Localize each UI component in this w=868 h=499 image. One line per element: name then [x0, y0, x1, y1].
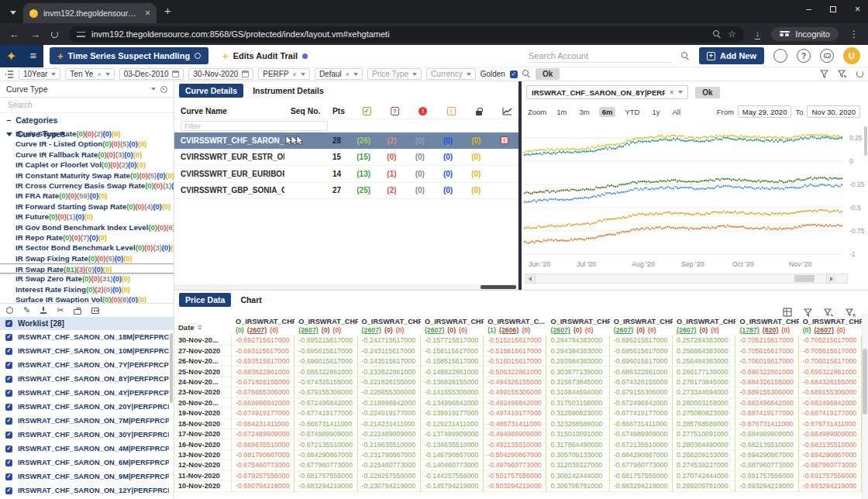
checkbox-checked-icon[interactable]: ✓	[5, 404, 12, 411]
zoom-icon[interactable]	[713, 30, 722, 39]
series-select[interactable]: IRSWRAT_CHF_SARON_ON_8Y|PERFPRCP ×	[526, 85, 688, 99]
value-cell[interactable]: -0.501757556000	[484, 471, 546, 481]
bot-icon[interactable]	[820, 49, 834, 63]
curve-row-cvirsswrt-chf-saron-on[interactable]: CVIRSSWRT_CHF_SARON_ON28(26)(2)(0)(0)(0)…	[174, 132, 518, 150]
value-cell[interactable]: -0.695615617000	[610, 346, 673, 356]
value-cell[interactable]: -0.687960773000	[735, 460, 798, 470]
curve-filter-input[interactable]	[181, 121, 328, 131]
count-link[interactable]: (0)	[700, 326, 708, 334]
value-cell[interactable]: -0.696015617000	[294, 356, 357, 367]
filter-ok-button[interactable]: Ok	[536, 68, 560, 80]
value-cell[interactable]: -0.146790867000	[421, 450, 484, 460]
value-cell[interactable]: -0.129231411000	[421, 419, 484, 429]
value-cell[interactable]: 0.315673845000	[546, 377, 609, 387]
checkbox-checked-icon[interactable]: ✓	[5, 459, 12, 466]
tab-chart[interactable]: Chart	[234, 293, 267, 307]
value-cell[interactable]: 0.294384383000	[546, 346, 609, 356]
price-row[interactable]: 10-Nov-2020-0.680794219000-0.68329421900…	[174, 481, 862, 491]
tree-categories[interactable]: − Categories	[0, 113, 174, 127]
value-cell[interactable]: -0.672135510000	[294, 439, 357, 449]
count-link[interactable]: (0)	[522, 326, 530, 334]
value-cell[interactable]: -0.242715617000	[358, 336, 421, 346]
checkbox-checked-icon[interactable]: ✓	[5, 418, 12, 425]
count-link[interactable]: (2607)	[814, 326, 833, 334]
value-cell[interactable]: -0.499155306000	[484, 387, 546, 397]
value-cell[interactable]: 0.270742444000	[673, 471, 735, 481]
scroll-left-button[interactable]	[525, 274, 536, 283]
value-cell[interactable]: -0.705215617000	[735, 336, 798, 346]
clear-icon[interactable]: ×	[346, 71, 350, 78]
value-cell[interactable]: 0.315010091000	[546, 429, 609, 439]
price-row[interactable]: 16-Nov-2020-0.669635510000-0.67213551000…	[174, 439, 862, 449]
value-cell[interactable]: -0.695215617000	[610, 336, 673, 346]
count-link[interactable]: (2607)	[425, 326, 444, 334]
count-link[interactable]: (0)	[648, 326, 656, 334]
value-cell[interactable]: 0.317503158000	[546, 398, 609, 408]
value-cell[interactable]: -0.492496842000	[484, 398, 546, 408]
value-cell[interactable]: -0.674326155000	[610, 377, 673, 387]
value-cell[interactable]: -0.689155306000	[735, 387, 798, 397]
count-link[interactable]: (0)	[270, 326, 278, 334]
value-cell[interactable]: -0.157715617000	[421, 336, 484, 346]
value-cell[interactable]: 0.303677139000	[546, 367, 609, 377]
value-cell[interactable]: -0.684326155000	[735, 377, 798, 387]
worklist-item[interactable]: ✓IRSWRAT_CHF_SARON_ON_7M|PERFPRCPT01|MI.…	[0, 414, 169, 428]
checkbox-checked-icon[interactable]: ✓	[5, 432, 12, 439]
sidebar-item-ir-cross-currency-basis-swap-rate[interactable]: IR Cross Currency Basis Swap Rate(0)(0)(…	[0, 181, 174, 191]
chart-icon[interactable]	[502, 107, 512, 115]
value-cell[interactable]: -0.141655306000	[421, 387, 484, 397]
sidebar-item-ir-repo-rate[interactable]: IR Repo Rate(0)(0)(7)(0)(0)	[0, 232, 174, 243]
checkbox-checked-icon[interactable]: ✓	[5, 376, 12, 383]
value-cell[interactable]: -0.664231411000	[232, 419, 294, 429]
value-cell[interactable]: -0.230794219000	[358, 481, 421, 491]
sidebar-item-curve-ir-fallback-rate[interactable]: Curve IR Fallback Rate(0)(0)(3)(0)(0)	[0, 150, 174, 160]
col-seq-no[interactable]: Seq No.	[284, 107, 326, 115]
value-cell[interactable]: -0.494989909000	[484, 429, 546, 439]
price-col-header-8[interactable]: O_IRSWRAT_CHF_...(2607)(0)(0)	[673, 318, 735, 336]
value-cell[interactable]: -0.506322861000	[484, 367, 546, 377]
scroll-right-button[interactable]	[826, 274, 836, 283]
app-logo[interactable]: ✦	[0, 45, 22, 67]
value-cell[interactable]: 0.312039227000	[546, 460, 609, 470]
count-link[interactable]: (0)	[837, 326, 846, 334]
worklist-header[interactable]: ✓ Worklist [28]	[0, 317, 174, 330]
value-cell[interactable]: -0.695215617000	[294, 336, 357, 346]
value-cell[interactable]: -0.674989909000	[294, 429, 357, 439]
count-link[interactable]: (820)	[763, 326, 779, 334]
value-cell[interactable]: -0.671826155000	[232, 377, 294, 387]
count-link[interactable]: (0)	[574, 326, 582, 334]
count-link[interactable]: (0)	[333, 326, 342, 334]
checkbox-checked-icon[interactable]: ✓	[5, 362, 12, 369]
value-cell[interactable]: -0.681757556000	[610, 471, 673, 481]
value-cell[interactable]: -0.677960773000	[610, 460, 673, 470]
collapse-icon[interactable]: −	[6, 115, 11, 125]
price-row[interactable]: 20-Nov-20...-0.669996842000-0.6724968420…	[174, 398, 862, 408]
edit-icon[interactable]: ✎	[23, 305, 30, 315]
count-link[interactable]: (0)	[396, 326, 405, 334]
value-cell[interactable]: 0.280003158000	[673, 398, 735, 408]
value-cell[interactable]: 0.275080823000	[673, 408, 735, 418]
value-cell[interactable]: -0.676655306000	[232, 387, 294, 397]
count-link[interactable]: (0)	[459, 326, 467, 334]
checkbox-checked-icon[interactable]: ✓	[5, 487, 12, 494]
warning-icon[interactable]: !	[447, 107, 456, 115]
value-cell[interactable]: -0.705615617000	[735, 346, 798, 356]
time-series-chart[interactable]: 0.250-0.25-0.5-0.75-1	[522, 115, 868, 259]
value-cell[interactable]: -0.140460773000	[421, 460, 484, 470]
sidebar-item-ir-constant-maturity-swap-rate[interactable]: IR Constant Maturity Swap Rate(0)(0)(5)(…	[0, 170, 174, 181]
count-link[interactable]: (0)	[636, 326, 645, 334]
value-cell[interactable]: -0.672496842000	[294, 398, 357, 408]
scroll-thumb[interactable]	[480, 285, 516, 289]
value-cell[interactable]: -0.666731411000	[610, 419, 673, 429]
gear-icon[interactable]	[160, 86, 167, 93]
chart-ok-button[interactable]: Ok	[695, 87, 719, 98]
sidebar-item-ir-future[interactable]: IR Future(0)(0)(1)(0)(0)	[0, 212, 174, 222]
count-link[interactable]: (0)	[585, 326, 594, 334]
tenor-select[interactable]: Ten Ye×	[65, 68, 114, 80]
window-maximize-button[interactable]	[830, 4, 836, 15]
sidebar-item-ir-caplet-or-floorlet-vol[interactable]: IR Caplet or Floorlet Vol(0)(0)(2)(0)(0)	[0, 160, 174, 170]
value-cell[interactable]: -0.683294219000	[610, 481, 673, 491]
clear-icon[interactable]: ×	[670, 88, 673, 96]
sidebar-search-input[interactable]	[6, 100, 167, 110]
count-link[interactable]: (2607)	[550, 326, 570, 334]
